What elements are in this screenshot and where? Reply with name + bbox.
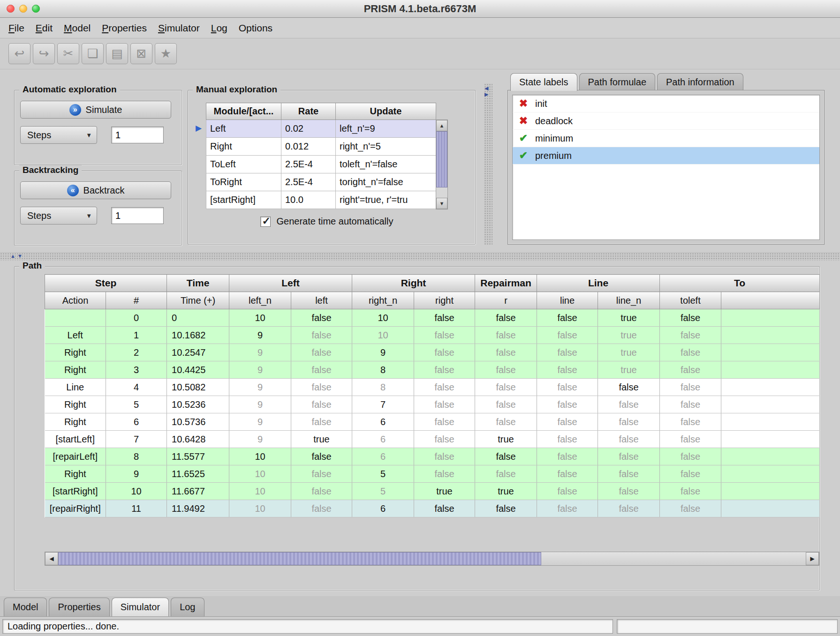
path-cell: [repairLeft] bbox=[45, 448, 106, 465]
path-cell: 5 bbox=[352, 465, 414, 483]
manual-row[interactable]: Left0.02left_n'=9 bbox=[206, 120, 436, 138]
menu-edit[interactable]: Edit bbox=[30, 22, 58, 34]
window-controls bbox=[7, 5, 40, 13]
label-satisfied-check-icon: ✔ bbox=[517, 150, 530, 162]
path-cell: 10 bbox=[229, 465, 291, 483]
tab-state-labels[interactable]: State labels bbox=[510, 73, 577, 91]
path-cell: true bbox=[414, 483, 475, 500]
path-title: Path bbox=[19, 261, 45, 271]
simulate-button[interactable]: » Simulate bbox=[20, 101, 171, 119]
manual-table-scrollbar[interactable]: ▲ ▼ bbox=[436, 120, 448, 210]
scroll-up-button[interactable]: ▲ bbox=[436, 120, 447, 131]
path-row[interactable]: [repairRight]1111.949210false6falsefalse… bbox=[45, 500, 820, 517]
backtrack-steps-row: Steps ▼ bbox=[20, 207, 164, 224]
path-row[interactable]: [repairLeft]811.557710false6falsefalsefa… bbox=[45, 448, 820, 465]
horizontal-splitter-arrows-icon[interactable]: ▲▼ bbox=[10, 253, 24, 259]
manual-row[interactable]: [startRight]10.0right'=true, r'=tru bbox=[206, 191, 436, 209]
delete-icon[interactable]: ⊠ bbox=[130, 43, 152, 64]
generate-time-checkbox[interactable] bbox=[260, 217, 271, 227]
path-cell: false bbox=[598, 413, 660, 431]
menu-log[interactable]: Log bbox=[205, 22, 233, 34]
cut-icon[interactable]: ✂ bbox=[57, 43, 79, 64]
path-row[interactable]: [startLeft]710.64289true6falsetruefalsef… bbox=[45, 431, 820, 448]
path-row[interactable]: Right510.52369false7falsefalsefalsefalse… bbox=[45, 396, 820, 413]
close-window-button[interactable] bbox=[7, 5, 15, 13]
path-cell: false bbox=[291, 448, 352, 465]
selected-transition-arrow-icon: ▶ bbox=[196, 123, 202, 133]
state-label-item[interactable]: ✖init bbox=[513, 95, 819, 112]
path-row[interactable]: Right610.57369false6falsefalsefalsefalse… bbox=[45, 413, 820, 431]
scrollbar-thumb[interactable] bbox=[436, 131, 447, 187]
menu-simulator[interactable]: Simulator bbox=[152, 22, 205, 34]
vertical-splitter-arrows-icon[interactable]: ◀▶ bbox=[484, 85, 488, 97]
bottom-tab-model[interactable]: Model bbox=[4, 598, 47, 616]
bottom-tab-simulator[interactable]: Simulator bbox=[112, 598, 169, 616]
path-cell: false bbox=[414, 309, 475, 327]
label-unsatisfied-cross-icon: ✖ bbox=[517, 97, 530, 110]
path-cell: false bbox=[414, 344, 475, 361]
path-cell: 11 bbox=[106, 500, 167, 517]
state-labels-tab-body: ✖init✖deadlock✔minimum✔premium bbox=[507, 90, 825, 245]
auto-steps-combo[interactable]: Steps ▼ bbox=[20, 126, 97, 144]
path-row[interactable]: Line410.50829false8falsefalsefalsefalsef… bbox=[45, 379, 820, 396]
path-cell: 10 bbox=[106, 483, 167, 500]
forward-arrow-icon[interactable]: ↪ bbox=[33, 43, 55, 64]
chevron-down-icon: ▼ bbox=[86, 212, 92, 219]
path-cell: true bbox=[475, 431, 537, 448]
path-row[interactable]: 0010false10falsefalsefalsetruefalse bbox=[45, 309, 820, 327]
chevron-down-icon: ▼ bbox=[86, 132, 92, 139]
path-cell: [repairRight] bbox=[45, 500, 106, 517]
path-cell: false bbox=[414, 465, 475, 483]
path-row[interactable]: Left110.16829false10falsefalsefalsetruef… bbox=[45, 327, 820, 344]
manual-row[interactable]: ToLeft2.5E-4toleft_n'=false bbox=[206, 156, 436, 173]
path-row[interactable]: [startRight]1011.667710false5truetruefal… bbox=[45, 483, 820, 500]
star-icon[interactable]: ★ bbox=[155, 43, 177, 64]
manual-row[interactable]: Right0.012right_n'=5 bbox=[206, 138, 436, 156]
manual-row[interactable]: ToRight2.5E-4toright_n'=false bbox=[206, 173, 436, 191]
path-row[interactable]: Right310.44259false8falsefalsefalsetruef… bbox=[45, 361, 820, 379]
copy-icon[interactable]: ❏ bbox=[82, 43, 104, 64]
zoom-window-button[interactable] bbox=[32, 5, 40, 13]
minimize-window-button[interactable] bbox=[19, 5, 27, 13]
state-label-item[interactable]: ✔minimum bbox=[513, 130, 819, 147]
path-cell: Line bbox=[45, 379, 106, 396]
path-cell: false bbox=[537, 483, 598, 500]
bottom-tab-log[interactable]: Log bbox=[171, 598, 204, 616]
tab-path-information[interactable]: Path information bbox=[657, 73, 743, 91]
horizontal-splitter[interactable]: ▲▼ bbox=[0, 252, 840, 261]
auto-steps-input[interactable] bbox=[111, 127, 164, 143]
path-cell: false bbox=[291, 344, 352, 361]
state-label-item[interactable]: ✔premium bbox=[513, 147, 819, 165]
menu-model[interactable]: Model bbox=[58, 22, 96, 34]
menu-file[interactable]: File bbox=[3, 22, 30, 34]
backtrack-button[interactable]: « Backtrack bbox=[20, 181, 171, 199]
scrollbar-track[interactable] bbox=[436, 131, 447, 198]
bottom-tab-properties[interactable]: Properties bbox=[49, 598, 109, 616]
back-arrow-icon[interactable]: ↩ bbox=[8, 43, 30, 64]
tab-path-formulae[interactable]: Path formulae bbox=[579, 73, 656, 91]
path-scrollbar[interactable]: ◀ ▶ bbox=[45, 552, 819, 566]
path-cell: 9 bbox=[229, 379, 291, 396]
path-cell bbox=[721, 361, 820, 379]
backtrack-steps-combo[interactable]: Steps ▼ bbox=[20, 207, 97, 224]
path-cell: 6 bbox=[352, 413, 414, 431]
menu-options[interactable]: Options bbox=[233, 22, 278, 34]
vertical-splitter[interactable] bbox=[484, 83, 492, 245]
scroll-down-button[interactable]: ▼ bbox=[436, 198, 447, 209]
path-cell: 10.6428 bbox=[167, 431, 229, 448]
path-cell: 11.6677 bbox=[167, 483, 229, 500]
path-row[interactable]: Right210.25479false9falsefalsefalsetruef… bbox=[45, 344, 820, 361]
path-row[interactable]: Right911.652510false5falsefalsefalsefals… bbox=[45, 465, 820, 483]
path-cell: 10 bbox=[229, 500, 291, 517]
scroll-left-button[interactable]: ◀ bbox=[45, 552, 58, 565]
scroll-right-button[interactable]: ▶ bbox=[806, 552, 819, 565]
backtrack-label: Backtrack bbox=[83, 185, 125, 196]
state-label-name: init bbox=[535, 98, 547, 109]
state-label-item[interactable]: ✖deadlock bbox=[513, 112, 819, 130]
menu-properties[interactable]: Properties bbox=[96, 22, 152, 34]
paste-icon[interactable]: ▤ bbox=[106, 43, 128, 64]
scrollbar-thumb[interactable] bbox=[58, 552, 541, 565]
titlebar[interactable]: PRISM 4.1.beta.r6673M bbox=[0, 0, 840, 18]
path-cell: false bbox=[475, 465, 537, 483]
backtrack-steps-input[interactable] bbox=[111, 207, 164, 224]
